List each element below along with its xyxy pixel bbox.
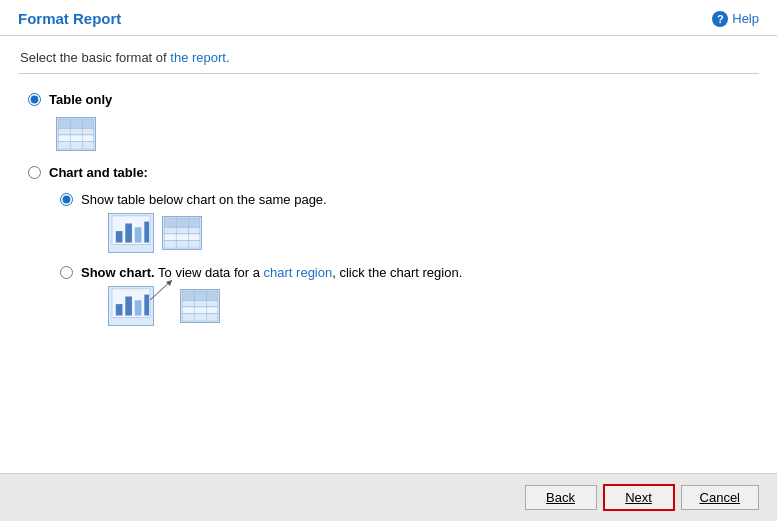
svg-rect-1: [58, 128, 94, 135]
help-icon: ?: [712, 11, 728, 27]
svg-rect-26: [182, 307, 218, 314]
subtitle-blue: the report: [170, 50, 226, 65]
subtitle-text: Select the basic format of the report.: [0, 36, 777, 73]
next-button[interactable]: Next: [603, 484, 675, 511]
table-only-icon-row: [56, 117, 749, 151]
svg-rect-20: [135, 300, 142, 315]
chart-bars-icon: [108, 213, 154, 253]
table-icon-svg: [57, 118, 95, 150]
svg-rect-14: [164, 241, 200, 249]
cancel-label: Cancel: [700, 490, 740, 505]
chart-and-table-option[interactable]: Chart and table:: [28, 165, 749, 180]
show-chart-blue: chart region: [264, 265, 333, 280]
table-icon: [56, 117, 96, 151]
cancel-button[interactable]: Cancel: [681, 485, 759, 510]
chart-only-table-small: [180, 289, 220, 323]
show-table-label[interactable]: Show table below chart on the same page.: [81, 192, 327, 207]
subtitle-plain: Select the basic format of: [20, 50, 170, 65]
svg-rect-7: [116, 231, 123, 242]
table-only-label[interactable]: Table only: [49, 92, 112, 107]
show-table-option[interactable]: Show table below chart on the same page.: [60, 192, 749, 207]
chart-and-table-label[interactable]: Chart and table:: [49, 165, 148, 180]
back-label: Back: [546, 490, 575, 505]
svg-rect-10: [144, 222, 149, 243]
chart-and-table-radio[interactable]: [28, 166, 41, 179]
svg-rect-8: [125, 224, 132, 243]
page-title: Format Report: [18, 10, 121, 27]
chart-bars-svg: [109, 214, 153, 252]
help-link[interactable]: ? Help: [712, 11, 759, 27]
svg-rect-13: [164, 234, 200, 241]
svg-rect-3: [58, 142, 94, 150]
svg-rect-18: [116, 304, 123, 315]
svg-rect-24: [182, 291, 218, 300]
table-icon-small: [162, 216, 202, 250]
table-icon-small-svg: [163, 217, 201, 249]
svg-rect-9: [135, 227, 142, 242]
table-only-radio[interactable]: [28, 93, 41, 106]
show-table-icons: [108, 213, 749, 253]
subtitle-period: .: [226, 50, 230, 65]
arrow-indicator: [146, 276, 176, 304]
chart-table-sub-options: Show table below chart on the same page.: [60, 192, 749, 332]
show-chart-radio[interactable]: [60, 266, 73, 279]
svg-rect-12: [164, 227, 200, 234]
dialog-header: Format Report ? Help: [0, 0, 777, 36]
svg-rect-2: [58, 135, 94, 142]
svg-rect-25: [182, 300, 218, 307]
svg-rect-0: [58, 119, 94, 128]
svg-rect-19: [125, 297, 132, 316]
help-label: Help: [732, 11, 759, 26]
next-label: Next: [625, 490, 652, 505]
table-only-option[interactable]: Table only: [28, 92, 749, 107]
show-chart-strong: Show chart.: [81, 265, 155, 280]
svg-rect-11: [164, 218, 200, 227]
main-content: Table only Chart and table: Show table b…: [0, 74, 777, 350]
show-chart-label: Show chart. To view data for a chart reg…: [81, 265, 462, 280]
back-button[interactable]: Back: [525, 485, 597, 510]
show-chart-icons: [108, 286, 749, 326]
svg-rect-27: [182, 314, 218, 322]
show-chart-text2: , click the chart region.: [332, 265, 462, 280]
dialog-footer: Back Next Cancel: [0, 473, 777, 521]
show-table-radio[interactable]: [60, 193, 73, 206]
